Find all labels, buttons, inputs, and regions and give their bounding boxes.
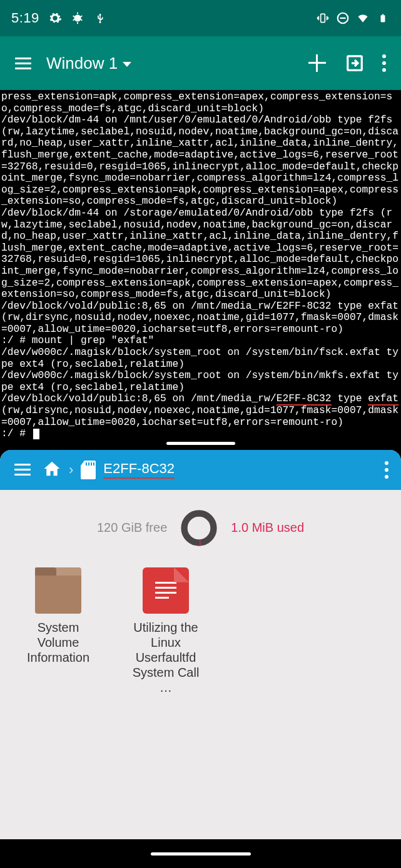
vibrate-icon [316, 11, 330, 25]
import-button[interactable] [345, 53, 365, 73]
terminal-appbar: Window 1 [0, 36, 401, 90]
menu-button[interactable] [8, 47, 39, 79]
file-grid: System Volume Information Utilizing the … [0, 562, 401, 700]
navigation-bar [0, 839, 401, 868]
item-label: System Volume Information [18, 620, 99, 665]
svg-rect-8 [88, 462, 89, 466]
svg-rect-10 [93, 462, 94, 466]
battery-icon [376, 11, 390, 25]
svg-rect-7 [86, 462, 87, 466]
new-session-button[interactable] [307, 53, 327, 73]
breadcrumb: › E2FF-8C32 [43, 459, 175, 481]
current-location[interactable]: E2FF-8C32 [103, 461, 175, 479]
clock: 5:19 [11, 10, 39, 26]
chevron-right-icon: › [69, 462, 73, 478]
bug-icon [71, 11, 84, 25]
status-bar: 5:19 [0, 0, 401, 36]
storage-summary: 120 GiB free 1.0 MiB used [0, 490, 401, 562]
svg-rect-1 [321, 14, 325, 22]
dnd-icon [336, 11, 350, 25]
storage-donut-icon [180, 509, 218, 547]
terminal-pane[interactable]: press_extension=apk,compress_extension=a… [0, 90, 401, 446]
used-space-label: 1.0 MiB used [231, 521, 304, 535]
window-selector[interactable]: Window 1 [46, 54, 131, 73]
split-handle[interactable] [166, 442, 235, 445]
more-options-button[interactable] [382, 54, 386, 72]
file-manager-pane: › E2FF-8C32 120 GiB free 1.0 MiB used Sy… [0, 450, 401, 839]
folder-icon [35, 567, 81, 614]
svg-rect-5 [382, 14, 383, 16]
svg-point-0 [74, 15, 81, 22]
home-icon[interactable] [43, 459, 61, 481]
terminal-output: press_extension=apk,compress_extension=a… [0, 90, 401, 446]
chevron-down-icon [123, 62, 131, 67]
window-title: Window 1 [46, 54, 118, 73]
sdcard-icon[interactable] [81, 461, 96, 479]
file-manager-toolbar: › E2FF-8C32 [0, 450, 401, 490]
wifi-icon [356, 11, 370, 25]
usb-icon [93, 11, 107, 25]
free-space-label: 120 GiB free [97, 521, 167, 535]
document-icon [143, 567, 189, 614]
folder-item[interactable]: System Volume Information [18, 567, 99, 695]
svg-rect-9 [91, 462, 92, 466]
gear-icon [48, 11, 62, 25]
gesture-pill[interactable] [151, 852, 251, 856]
fm-menu-button[interactable] [9, 456, 36, 484]
item-label: Utilizing the Linux Userfaultfd System C… [125, 620, 206, 695]
fm-more-options-button[interactable] [385, 461, 392, 479]
svg-rect-4 [381, 15, 385, 22]
file-item[interactable]: Utilizing the Linux Userfaultfd System C… [125, 567, 206, 695]
terminal-cursor [33, 429, 39, 439]
svg-point-11 [185, 513, 214, 542]
